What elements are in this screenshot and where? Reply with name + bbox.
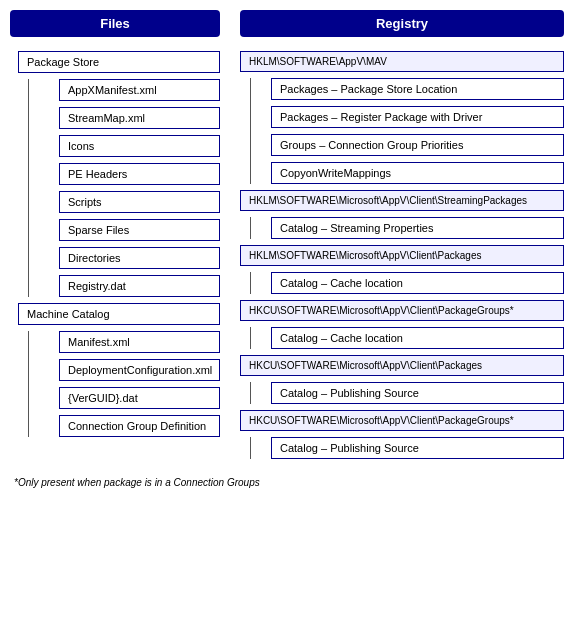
groups-connection-priorities: Groups – Connection Group Priorities bbox=[271, 134, 564, 156]
catalog-publishing-source-1: Catalog – Publishing Source bbox=[271, 382, 564, 404]
verguid-box: {VerGUID}.dat bbox=[59, 387, 220, 409]
hkcu-packagegroups-path-2: HKCU\SOFTWARE\Microsoft\AppV\Client\Pack… bbox=[240, 410, 564, 431]
streammap-box: StreamMap.xml bbox=[59, 107, 220, 129]
catalog-cache-location-1: Catalog – Cache location bbox=[271, 272, 564, 294]
deployment-config-box: DeploymentConfiguration.xml bbox=[59, 359, 220, 381]
footnote-text: *Only present when package is in a Conne… bbox=[10, 477, 564, 488]
manifest-box: Manifest.xml bbox=[59, 331, 220, 353]
pe-headers-box: PE Headers bbox=[59, 163, 220, 185]
packages-store-location: Packages – Package Store Location bbox=[271, 78, 564, 100]
registry-header: Registry bbox=[240, 10, 564, 37]
appxmanifest-box: AppXManifest.xml bbox=[59, 79, 220, 101]
sparse-files-box: Sparse Files bbox=[59, 219, 220, 241]
hkcu-packagegroups-path-1: HKCU\SOFTWARE\Microsoft\AppV\Client\Pack… bbox=[240, 300, 564, 321]
packages-register-driver: Packages – Register Package with Driver bbox=[271, 106, 564, 128]
catalog-cache-location-2: Catalog – Cache location bbox=[271, 327, 564, 349]
registry-column: Registry HKLM\SOFTWARE\AppV\MAV Packages… bbox=[230, 10, 564, 465]
package-store-box: Package Store bbox=[18, 51, 220, 73]
machine-catalog-box: Machine Catalog bbox=[18, 303, 220, 325]
registry-dat-box: Registry.dat bbox=[59, 275, 220, 297]
icons-box: Icons bbox=[59, 135, 220, 157]
files-column: Files Package Store AppXManifest.xml Str… bbox=[10, 10, 230, 465]
hkcu-packages-path: HKCU\SOFTWARE\Microsoft\AppV\Client\Pack… bbox=[240, 355, 564, 376]
connection-group-def-box: Connection Group Definition bbox=[59, 415, 220, 437]
hklm-packages-path: HKLM\SOFTWARE\Microsoft\AppV\Client\Pack… bbox=[240, 245, 564, 266]
copyonwrite-mappings: CopyonWriteMappings bbox=[271, 162, 564, 184]
hklm-streaming-path: HKLM\SOFTWARE\Microsoft\AppV\Client\Stre… bbox=[240, 190, 564, 211]
files-header: Files bbox=[10, 10, 220, 37]
catalog-streaming-props: Catalog – Streaming Properties bbox=[271, 217, 564, 239]
scripts-box: Scripts bbox=[59, 191, 220, 213]
hklm-appv-mav-path: HKLM\SOFTWARE\AppV\MAV bbox=[240, 51, 564, 72]
catalog-publishing-source-2: Catalog – Publishing Source bbox=[271, 437, 564, 459]
directories-box: Directories bbox=[59, 247, 220, 269]
